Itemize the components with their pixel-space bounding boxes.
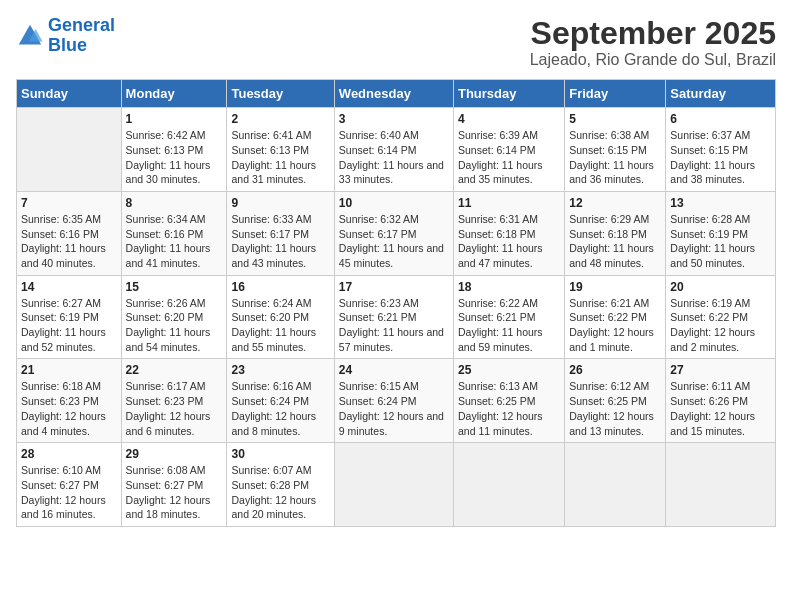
day-number: 16 [231,280,329,294]
day-number: 7 [21,196,117,210]
day-info: Sunrise: 6:13 AMSunset: 6:25 PMDaylight:… [458,379,560,438]
page-header: General Blue September 2025 Lajeado, Rio… [16,16,776,69]
day-number: 1 [126,112,223,126]
day-number: 5 [569,112,661,126]
day-info: Sunrise: 6:18 AMSunset: 6:23 PMDaylight:… [21,379,117,438]
logo: General Blue [16,16,115,56]
week-row-4: 21Sunrise: 6:18 AMSunset: 6:23 PMDayligh… [17,359,776,443]
day-info: Sunrise: 6:42 AMSunset: 6:13 PMDaylight:… [126,128,223,187]
day-cell: 8Sunrise: 6:34 AMSunset: 6:16 PMDaylight… [121,191,227,275]
day-number: 4 [458,112,560,126]
day-cell: 12Sunrise: 6:29 AMSunset: 6:18 PMDayligh… [565,191,666,275]
calendar-table: SundayMondayTuesdayWednesdayThursdayFrid… [16,79,776,527]
day-cell [666,443,776,527]
day-cell [565,443,666,527]
day-info: Sunrise: 6:35 AMSunset: 6:16 PMDaylight:… [21,212,117,271]
day-cell: 25Sunrise: 6:13 AMSunset: 6:25 PMDayligh… [453,359,564,443]
day-cell: 3Sunrise: 6:40 AMSunset: 6:14 PMDaylight… [334,108,453,192]
day-number: 19 [569,280,661,294]
calendar-subtitle: Lajeado, Rio Grande do Sul, Brazil [530,51,776,69]
day-cell: 22Sunrise: 6:17 AMSunset: 6:23 PMDayligh… [121,359,227,443]
day-number: 6 [670,112,771,126]
day-cell: 21Sunrise: 6:18 AMSunset: 6:23 PMDayligh… [17,359,122,443]
day-number: 22 [126,363,223,377]
day-info: Sunrise: 6:22 AMSunset: 6:21 PMDaylight:… [458,296,560,355]
day-cell: 18Sunrise: 6:22 AMSunset: 6:21 PMDayligh… [453,275,564,359]
day-number: 21 [21,363,117,377]
day-number: 29 [126,447,223,461]
day-cell: 5Sunrise: 6:38 AMSunset: 6:15 PMDaylight… [565,108,666,192]
day-info: Sunrise: 6:16 AMSunset: 6:24 PMDaylight:… [231,379,329,438]
day-info: Sunrise: 6:34 AMSunset: 6:16 PMDaylight:… [126,212,223,271]
day-info: Sunrise: 6:17 AMSunset: 6:23 PMDaylight:… [126,379,223,438]
day-cell: 26Sunrise: 6:12 AMSunset: 6:25 PMDayligh… [565,359,666,443]
day-info: Sunrise: 6:08 AMSunset: 6:27 PMDaylight:… [126,463,223,522]
day-number: 17 [339,280,449,294]
day-cell: 29Sunrise: 6:08 AMSunset: 6:27 PMDayligh… [121,443,227,527]
day-info: Sunrise: 6:41 AMSunset: 6:13 PMDaylight:… [231,128,329,187]
day-info: Sunrise: 6:29 AMSunset: 6:18 PMDaylight:… [569,212,661,271]
day-number: 20 [670,280,771,294]
day-cell [17,108,122,192]
header-row: SundayMondayTuesdayWednesdayThursdayFrid… [17,80,776,108]
day-info: Sunrise: 6:33 AMSunset: 6:17 PMDaylight:… [231,212,329,271]
logo-line2: Blue [48,35,87,55]
day-number: 12 [569,196,661,210]
day-number: 23 [231,363,329,377]
day-info: Sunrise: 6:10 AMSunset: 6:27 PMDaylight:… [21,463,117,522]
logo-icon [16,22,44,50]
logo-text: General Blue [48,16,115,56]
day-info: Sunrise: 6:39 AMSunset: 6:14 PMDaylight:… [458,128,560,187]
day-number: 15 [126,280,223,294]
day-cell: 6Sunrise: 6:37 AMSunset: 6:15 PMDaylight… [666,108,776,192]
day-info: Sunrise: 6:21 AMSunset: 6:22 PMDaylight:… [569,296,661,355]
day-info: Sunrise: 6:26 AMSunset: 6:20 PMDaylight:… [126,296,223,355]
day-cell: 27Sunrise: 6:11 AMSunset: 6:26 PMDayligh… [666,359,776,443]
header-cell-thursday: Thursday [453,80,564,108]
day-number: 24 [339,363,449,377]
calendar-body: 1Sunrise: 6:42 AMSunset: 6:13 PMDaylight… [17,108,776,527]
week-row-2: 7Sunrise: 6:35 AMSunset: 6:16 PMDaylight… [17,191,776,275]
day-cell: 30Sunrise: 6:07 AMSunset: 6:28 PMDayligh… [227,443,334,527]
day-number: 26 [569,363,661,377]
day-cell: 2Sunrise: 6:41 AMSunset: 6:13 PMDaylight… [227,108,334,192]
day-number: 10 [339,196,449,210]
header-cell-tuesday: Tuesday [227,80,334,108]
header-cell-monday: Monday [121,80,227,108]
day-number: 3 [339,112,449,126]
day-cell: 14Sunrise: 6:27 AMSunset: 6:19 PMDayligh… [17,275,122,359]
header-cell-sunday: Sunday [17,80,122,108]
day-number: 2 [231,112,329,126]
day-cell: 7Sunrise: 6:35 AMSunset: 6:16 PMDaylight… [17,191,122,275]
day-number: 30 [231,447,329,461]
day-cell: 15Sunrise: 6:26 AMSunset: 6:20 PMDayligh… [121,275,227,359]
day-cell: 13Sunrise: 6:28 AMSunset: 6:19 PMDayligh… [666,191,776,275]
day-cell [453,443,564,527]
day-info: Sunrise: 6:37 AMSunset: 6:15 PMDaylight:… [670,128,771,187]
day-cell: 10Sunrise: 6:32 AMSunset: 6:17 PMDayligh… [334,191,453,275]
day-cell: 17Sunrise: 6:23 AMSunset: 6:21 PMDayligh… [334,275,453,359]
day-number: 14 [21,280,117,294]
day-info: Sunrise: 6:27 AMSunset: 6:19 PMDaylight:… [21,296,117,355]
header-cell-wednesday: Wednesday [334,80,453,108]
week-row-1: 1Sunrise: 6:42 AMSunset: 6:13 PMDaylight… [17,108,776,192]
week-row-5: 28Sunrise: 6:10 AMSunset: 6:27 PMDayligh… [17,443,776,527]
day-cell: 16Sunrise: 6:24 AMSunset: 6:20 PMDayligh… [227,275,334,359]
day-info: Sunrise: 6:07 AMSunset: 6:28 PMDaylight:… [231,463,329,522]
day-info: Sunrise: 6:23 AMSunset: 6:21 PMDaylight:… [339,296,449,355]
day-info: Sunrise: 6:38 AMSunset: 6:15 PMDaylight:… [569,128,661,187]
day-cell [334,443,453,527]
day-info: Sunrise: 6:12 AMSunset: 6:25 PMDaylight:… [569,379,661,438]
day-number: 27 [670,363,771,377]
day-cell: 24Sunrise: 6:15 AMSunset: 6:24 PMDayligh… [334,359,453,443]
day-number: 28 [21,447,117,461]
calendar-title: September 2025 [530,16,776,51]
day-number: 13 [670,196,771,210]
day-cell: 19Sunrise: 6:21 AMSunset: 6:22 PMDayligh… [565,275,666,359]
day-number: 11 [458,196,560,210]
day-info: Sunrise: 6:28 AMSunset: 6:19 PMDaylight:… [670,212,771,271]
day-cell: 11Sunrise: 6:31 AMSunset: 6:18 PMDayligh… [453,191,564,275]
day-info: Sunrise: 6:11 AMSunset: 6:26 PMDaylight:… [670,379,771,438]
title-block: September 2025 Lajeado, Rio Grande do Su… [530,16,776,69]
day-number: 9 [231,196,329,210]
